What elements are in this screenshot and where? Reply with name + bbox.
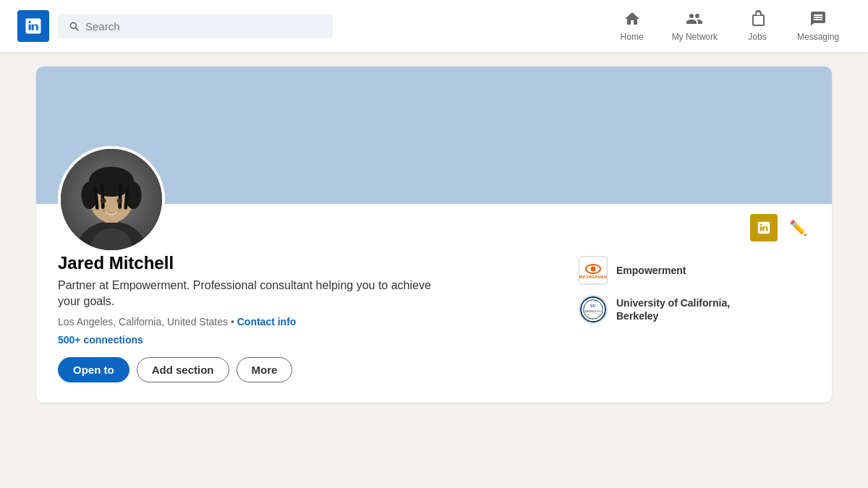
linkedin-badge[interactable] [750, 214, 778, 241]
messaging-icon [809, 10, 827, 30]
network-icon [686, 10, 703, 30]
add-section-button[interactable]: Add section [137, 357, 229, 382]
connections-link[interactable]: 500+ connections [58, 334, 143, 346]
avatar-svg [61, 149, 162, 250]
profile-headline: Partner at Empowerment. Professional con… [58, 278, 448, 310]
profile-location: Los Angeles, California, United States •… [58, 316, 550, 328]
edit-pencil-icon[interactable]: ✏️ [786, 216, 810, 239]
nav-network-label: My Network [672, 32, 718, 42]
profile-card: ✏️ Jared Mitchell Partner at Empowerment… [36, 67, 832, 403]
location-text: Los Angeles, California, United States [58, 316, 228, 328]
svg-point-16 [591, 267, 596, 272]
profile-right: EMPOWERMENT Empowerment UC [579, 256, 810, 382]
svg-point-13 [117, 198, 123, 203]
avatar [58, 146, 165, 253]
search-input[interactable] [85, 20, 323, 33]
company-name: Empowerment [616, 265, 686, 276]
linkedin-logo[interactable] [17, 10, 49, 42]
education-row: UC BERKELEY ★ ★ University of California… [579, 295, 810, 324]
open-to-button[interactable]: Open to [58, 357, 129, 382]
nav-item-messaging[interactable]: Messaging [786, 4, 851, 48]
avatar-placeholder [61, 149, 162, 250]
company-logo: EMPOWERMENT [579, 256, 608, 285]
profile-body: ✏️ Jared Mitchell Partner at Empowerment… [36, 204, 832, 403]
profile-actions-row: ✏️ [58, 204, 810, 241]
university-name: University of California, Berkeley [616, 296, 730, 322]
location-separator: • [231, 316, 237, 328]
navbar: Home My Network Jobs Messaging [0, 0, 868, 52]
more-button[interactable]: More [237, 357, 293, 382]
svg-point-12 [101, 198, 106, 203]
empowerment-logo-svg: EMPOWERMENT [579, 257, 607, 284]
profile-name: Jared Mitchell [58, 253, 550, 273]
svg-text:EMPOWERMENT: EMPOWERMENT [579, 275, 607, 279]
nav-items: Home My Network Jobs Messaging [607, 4, 851, 48]
profile-info-row: Jared Mitchell Partner at Empowerment. P… [58, 253, 810, 382]
nav-item-jobs[interactable]: Jobs [732, 4, 783, 48]
home-icon [624, 10, 641, 30]
nav-messaging-label: Messaging [797, 32, 839, 42]
nav-item-my-network[interactable]: My Network [660, 4, 729, 48]
search-icon [68, 20, 80, 32]
profile-left: Jared Mitchell Partner at Empowerment. P… [58, 253, 550, 382]
button-row: Open to Add section More [58, 357, 550, 382]
university-logo: UC BERKELEY ★ ★ [579, 295, 608, 324]
university-logo-svg: UC BERKELEY ★ ★ [580, 296, 606, 323]
svg-text:UC: UC [590, 304, 596, 308]
search-bar[interactable] [58, 14, 333, 38]
jobs-icon [749, 10, 766, 30]
contact-info-link[interactable]: Contact info [237, 316, 297, 328]
svg-text:BERKELEY: BERKELEY [585, 309, 601, 313]
nav-jobs-label: Jobs [748, 32, 766, 42]
nav-item-home[interactable]: Home [607, 4, 658, 48]
nav-home-label: Home [621, 32, 644, 42]
main-content: ✏️ Jared Mitchell Partner at Empowerment… [0, 52, 868, 417]
company-row: EMPOWERMENT Empowerment [579, 256, 810, 285]
